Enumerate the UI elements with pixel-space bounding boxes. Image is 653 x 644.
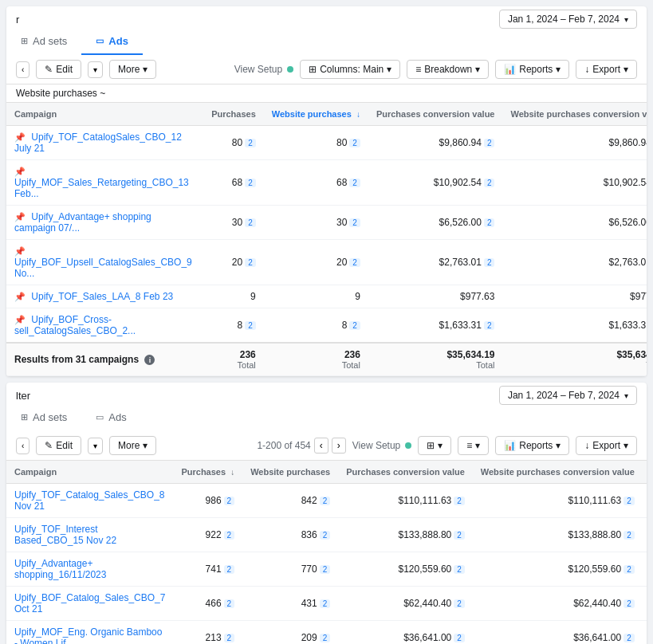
panel2-th-pcv-label: Purchases conversion value — [346, 467, 465, 477]
panel2-columns-button[interactable]: ⊞ ▾ — [418, 436, 451, 455]
panel2-more-button[interactable]: More ▾ — [109, 436, 156, 455]
panel2-td-wp-1: 8362 — [242, 518, 338, 552]
panel2-td-pcv-0: $110,111.632 — [338, 484, 473, 518]
panel1-tab-ads[interactable]: ▭ Ads — [81, 29, 143, 55]
panel1-wp-badge-2: 2 — [349, 218, 360, 227]
panel1-edit-chevron[interactable]: ▾ — [88, 61, 103, 78]
panel1-wp-badge-3: 2 — [349, 258, 360, 267]
panel1-td-purchases-5: 82 — [200, 308, 264, 344]
panel1-purchases-badge-5: 2 — [245, 321, 256, 330]
panel2-th-campaign-label: Campaign — [14, 467, 57, 477]
panel1-campaign-link-1[interactable]: Upify_MOF_Sales_Retargeting_CBO_13 Feb..… — [14, 177, 189, 199]
panel1-th-campaign: Campaign — [6, 103, 200, 126]
panel1-breakdown-button[interactable]: ≡ Breakdown ▾ — [407, 60, 489, 79]
panel1-date-range-button[interactable]: Jan 1, 2024 – Feb 7, 2024 ▾ — [499, 10, 637, 29]
panel2-more-label: More — [118, 440, 140, 451]
panel1-columns-button[interactable]: ⊞ Columns: Main ▾ — [300, 60, 400, 79]
panel1-campaign-link-2[interactable]: Upify_Advantage+ shopping campaign 07/..… — [14, 211, 151, 234]
panel2-breadcrumb: lter — [16, 390, 30, 402]
panel2-edit-button[interactable]: ✎ Edit — [36, 436, 81, 455]
panel2-td-wpcv-3: $62,440.402 — [473, 587, 643, 621]
panel2-reports-button[interactable]: 📊 Reports ▾ — [495, 436, 569, 455]
panel2-view-setup-label: View Setup — [352, 440, 401, 451]
panel1-campaign-link-0[interactable]: Upify_TOF_CatalogSales_CBO_12 July 21 — [14, 132, 182, 154]
panel1-adsets-icon: ⊞ — [21, 36, 28, 46]
panel1-td-campaign-0: 📌 Upify_TOF_CatalogSales_CBO_12 July 21 — [6, 126, 200, 160]
panel1-tab-adsets[interactable]: ⊞ Ad sets — [6, 29, 81, 55]
panel1-table-row: 📌 Upify_MOF_Sales_Retargeting_CBO_13 Feb… — [6, 160, 647, 206]
panel1-date-range-label: Jan 1, 2024 – Feb 7, 2024 — [508, 14, 620, 25]
panel2-wp-badge-3: 2 — [320, 599, 331, 608]
panel2-toolbar-left-arrow[interactable]: ‹ — [16, 438, 30, 454]
panel1-th-website-purchases[interactable]: Website purchases ↓ — [264, 103, 368, 126]
panel1-table: Campaign Purchases Website purchases ↓ P… — [6, 103, 647, 376]
panel2-wp-badge-1: 2 — [320, 531, 331, 540]
panel1-results-info-icon: i — [144, 355, 155, 365]
panel1-table-head: Campaign Purchases Website purchases ↓ P… — [6, 103, 647, 126]
panel2-topbar: lter Jan 1, 2024 – Feb 7, 2024 ▾ — [6, 383, 647, 405]
panel2-reports-icon: 📊 — [504, 440, 516, 451]
panel2-campaign-link-0[interactable]: Upify_TOF_Catalog_Sales_CBO_8 Nov 21 — [14, 489, 165, 512]
panel2-date-range-button[interactable]: Jan 1, 2024 – Feb 7, 2024 ▾ — [499, 386, 637, 405]
panel1-campaign-link-5[interactable]: Upify_BOF_Cross-sell_CatalogSales_CBO_2.… — [14, 314, 136, 336]
panel1-wp-badge-1: 2 — [349, 179, 360, 187]
panel2-adsets-icon: ⊞ — [21, 412, 28, 422]
panel1-wp-badge-5: 2 — [349, 321, 360, 330]
panel1-export-button[interactable]: ↓ Export ▾ — [576, 60, 637, 79]
panel2-edit-chevron[interactable]: ▾ — [88, 438, 103, 454]
panel2-table-body: Upify_TOF_Catalog_Sales_CBO_8 Nov 21 986… — [6, 484, 647, 645]
panel1-campaign-link-4[interactable]: Upify_TOF_Sales_LAA_8 Feb 23 — [31, 291, 173, 302]
panel2-th-wpcv-label: Website purchases conversion value — [481, 467, 635, 477]
panel2-pcv-badge-3: 2 — [454, 599, 465, 608]
panel2-td-wp-3: 4312 — [242, 587, 338, 621]
panel1-breadcrumb: r — [16, 14, 19, 26]
panel2-columns-chevron-icon: ▾ — [438, 440, 443, 451]
panel2-campaign-link-2[interactable]: Upify_Advantage+ shopping_16/11/2023 — [14, 558, 106, 580]
panel2-wpcv-badge-1: 2 — [623, 531, 635, 540]
panel2-view-setup: View Setup — [352, 440, 412, 451]
panel1-td-pcv-3: $2,763.012 — [368, 240, 503, 285]
panel1-pin-icon-0: 📌 — [14, 132, 26, 142]
panel2-table-head: Campaign Purchases ↓ Website purchases P… — [6, 461, 647, 484]
panel1-table-row: 📌 Upify_TOF_CatalogSales_CBO_12 July 21 … — [6, 126, 647, 160]
panel1-td-campaign-1: 📌 Upify_MOF_Sales_Retargeting_CBO_13 Feb… — [6, 160, 200, 206]
panel1-table-row: 📌 Upify_TOF_Sales_LAA_8 Feb 23 9 9 $977.… — [6, 285, 647, 308]
panel2-more-chevron-icon: ▾ — [143, 440, 148, 451]
panel2-td-wpcv-2: $120,559.602 — [473, 552, 643, 587]
panel2-th-purchases-cv: Purchases conversion value — [338, 461, 473, 484]
panel1-view-setup-label: View Setup — [234, 64, 283, 75]
panel2-export-label: Export — [592, 440, 620, 451]
panel2-th-website-purchases-cv: Website purchases conversion value — [473, 461, 643, 484]
panel1-edit-button[interactable]: ✎ Edit — [36, 60, 81, 79]
panel2-pagination-prev[interactable]: ‹ — [314, 438, 328, 454]
panel1-pcv-badge-3: 2 — [484, 258, 495, 267]
panel1-ads-label: Ads — [108, 35, 128, 47]
panel2-wp-badge-4: 2 — [320, 634, 331, 642]
panel2-td-roas-4: 20.012 — [643, 621, 647, 645]
panel1-reports-button[interactable]: 📊 Reports ▾ — [495, 60, 569, 79]
panel1-pcv-badge-5: 2 — [484, 321, 495, 330]
panel1-view-setup-dot — [287, 66, 293, 73]
panel2-campaign-link-1[interactable]: Upify_TOF_Interest Based_CBO_15 Nov 22 — [14, 524, 116, 546]
panel2-pagination-next[interactable]: › — [332, 438, 346, 454]
panel1-toolbar-left-arrow[interactable]: ‹ — [16, 61, 30, 78]
panel1-td-purchases-0: 802 — [200, 126, 264, 160]
panel2-td-wpcv-4: $36,641.002 — [473, 621, 643, 645]
panel2-tab-adsets[interactable]: ⊞ Ad sets — [6, 405, 81, 431]
panel1-td-wpcv-5: $1,633.312 — [502, 308, 647, 344]
panel2-campaign-link-4[interactable]: Upify_MOF_Eng. Organic Bamboo - Women Li… — [14, 626, 162, 644]
panel2-layout-button[interactable]: ≡ ▾ — [458, 436, 489, 455]
panel2-export-button[interactable]: ↓ Export ▾ — [576, 436, 637, 455]
panel1-th-website-purchases-label: Website purchases — [272, 109, 352, 119]
panel2-table-container: Campaign Purchases ↓ Website purchases P… — [6, 461, 647, 644]
panel1-td-campaign-5: 📌 Upify_BOF_Cross-sell_CatalogSales_CBO_… — [6, 308, 200, 344]
panel2-th-wp-label: Website purchases — [250, 467, 330, 477]
panel1-more-button[interactable]: More ▾ — [109, 60, 156, 79]
panel1-td-pcv-0: $9,860.942 — [368, 126, 503, 160]
panel2-wpcv-badge-0: 2 — [623, 497, 635, 505]
panel1-export-icon: ↓ — [584, 64, 589, 75]
panel1-campaign-link-3[interactable]: Upify_BOF_Upsell_CatalogSales_CBO_9 No..… — [14, 257, 192, 279]
panel2-th-purchases[interactable]: Purchases ↓ — [173, 461, 242, 484]
panel2-campaign-link-3[interactable]: Upify_BOF_Catalog_Sales_CBO_7 Oct 21 — [14, 592, 165, 615]
panel2-tab-ads[interactable]: ▭ Ads — [81, 405, 140, 431]
